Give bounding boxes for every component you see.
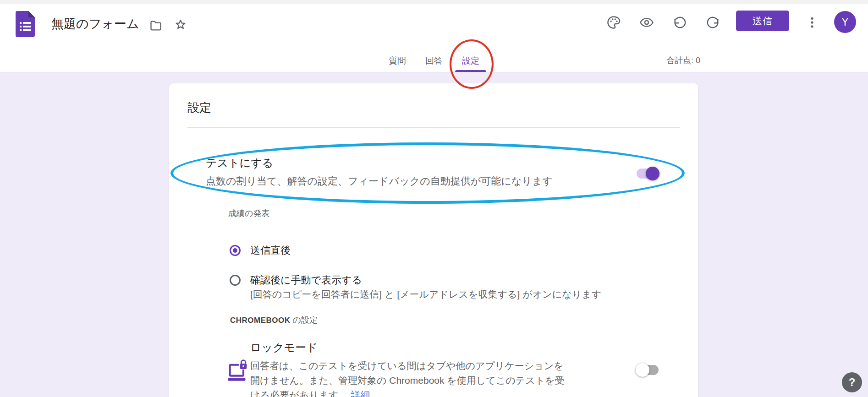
form-title-input[interactable]: 無題のフォーム	[51, 16, 139, 32]
folder-icon	[149, 19, 162, 32]
kebab-menu-icon	[805, 16, 819, 29]
help-button[interactable]: ?	[842, 372, 862, 392]
lock-mode-description-line1: 回答者は、このテストを受けている間はタブや他のアプリケーションを	[250, 359, 565, 373]
chromebook-section-label-en: CHROMEBOOK	[230, 316, 291, 325]
eye-icon	[640, 16, 654, 29]
star-button[interactable]	[173, 17, 188, 32]
quiz-toggle[interactable]	[636, 167, 659, 180]
radio-release-immediately-label[interactable]: 送信直後	[250, 244, 291, 257]
quiz-setting-description: 点数の割り当て、解答の設定、フィードバックの自動提供が可能になります	[206, 174, 553, 188]
more-options-button[interactable]	[804, 15, 820, 30]
tab-questions-label: 質問	[389, 55, 406, 67]
tab-responses[interactable]: 回答	[416, 50, 452, 72]
undo-button[interactable]	[672, 15, 688, 30]
locked-laptop-icon	[228, 358, 249, 384]
tab-responses-label: 回答	[425, 55, 443, 67]
details-link[interactable]: 詳細	[351, 390, 370, 397]
radio-release-later-manual[interactable]	[230, 275, 241, 286]
lock-mode-description-line3: ける必要があります。 詳細	[250, 388, 565, 397]
star-icon	[174, 18, 187, 31]
toggle-thumb	[636, 363, 649, 377]
undo-icon	[673, 16, 687, 29]
palette-icon	[607, 16, 621, 29]
tab-questions[interactable]: 質問	[379, 50, 416, 72]
active-tab-underline	[455, 70, 486, 72]
preview-button[interactable]	[639, 15, 654, 30]
lock-mode-toggle[interactable]	[636, 363, 659, 377]
app-header: 無題のフォーム	[0, 0, 868, 72]
question-mark-icon: ?	[849, 376, 856, 389]
radio-release-later-label[interactable]: 確認後に手動で表示する	[250, 273, 362, 287]
settings-heading: 設定	[187, 100, 211, 116]
radio-release-immediately[interactable]	[230, 245, 241, 256]
settings-card: 設定 テストにする 点数の割り当て、解答の設定、フィードバックの自動提供が可能に…	[169, 83, 699, 397]
lock-mode-description-line3-text: ける必要があります。	[250, 390, 348, 397]
chromebook-section-label-ja: の設定	[291, 315, 318, 325]
toggle-thumb	[646, 167, 659, 180]
window-top-strip	[0, 0, 868, 4]
chromebook-section-label: CHROMEBOOK の設定	[230, 315, 318, 326]
quiz-setting-title: テストにする	[206, 156, 273, 170]
send-button[interactable]: 送信	[736, 11, 789, 31]
tab-settings-label: 設定	[462, 55, 479, 67]
grade-release-label: 成績の発表	[228, 208, 269, 219]
lock-mode-title: ロックモード	[250, 340, 318, 355]
radio-release-later-description: [回答のコピーを回答者に送信] と [メールアドレスを収集する] がオンになりま…	[250, 288, 601, 301]
redo-button[interactable]	[705, 15, 720, 30]
tab-bar: 質問 回答 設定	[379, 50, 489, 72]
google-forms-settings-page: 無題のフォーム	[0, 0, 868, 397]
account-avatar[interactable]: Y	[834, 11, 856, 33]
move-to-folder-button[interactable]	[148, 18, 163, 33]
theme-button[interactable]	[606, 15, 621, 30]
lock-mode-description: 回答者は、このテストを受けている間はタブや他のアプリケーションを 開けません。ま…	[250, 359, 565, 397]
redo-icon	[706, 16, 720, 29]
lock-mode-description-line2: 開けません。また、管理対象の Chromebook を使用してこのテストを受	[250, 373, 565, 388]
total-points-label: 合計点: 0	[666, 55, 700, 66]
tab-settings[interactable]: 設定	[452, 50, 489, 72]
section-divider	[187, 127, 680, 128]
forms-logo-icon[interactable]	[16, 11, 35, 37]
